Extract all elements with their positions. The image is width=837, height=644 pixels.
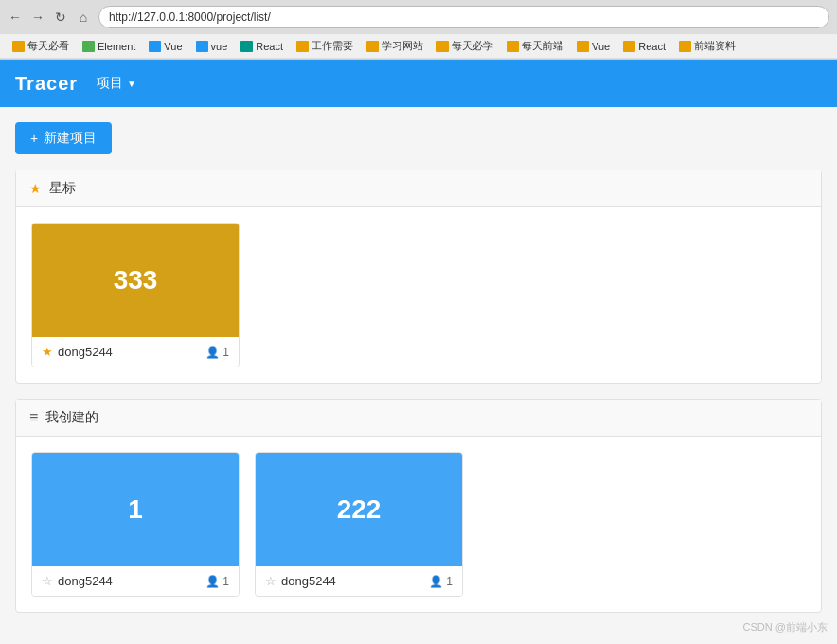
bookmark-label: Vue (592, 41, 610, 52)
section-title: 星标 (49, 180, 76, 197)
section-title: 我创建的 (45, 409, 98, 426)
chevron-down-icon: ▼ (127, 79, 136, 89)
bookmark-icon (366, 41, 379, 52)
bookmark-item[interactable]: 每天必学 (432, 37, 498, 55)
bookmark-label: React (256, 41, 283, 52)
bookmarks-bar: 每天必看ElementVuevueReact工作需要学习网站每天必学每天前端Vu… (0, 34, 837, 59)
bookmark-icon (679, 41, 691, 52)
new-project-button[interactable]: + 新建项目 (15, 122, 112, 154)
star-empty-icon[interactable]: ☆ (265, 574, 276, 588)
watermark: CSDN @前端小东 (743, 620, 828, 635)
project-members: 👤1 (205, 575, 229, 588)
project-card[interactable]: 333★dong5244👤1 (31, 223, 240, 367)
member-count: 1 (223, 346, 229, 359)
project-card-cover: 1 (32, 453, 239, 566)
bookmark-item[interactable]: React (618, 39, 670, 54)
star-filled-icon[interactable]: ★ (42, 345, 53, 359)
bookmark-icon (436, 41, 449, 52)
bookmark-item[interactable]: React (236, 39, 288, 54)
person-icon: 👤 (205, 575, 220, 588)
bookmark-label: Element (98, 41, 135, 52)
project-card[interactable]: 1☆dong5244👤1 (31, 452, 240, 597)
section-content-my-created: 1☆dong5244👤1222☆dong5244👤1 (16, 437, 821, 612)
bookmark-icon (12, 41, 25, 52)
section-starred: ★星标333★dong5244👤1 (15, 170, 822, 384)
person-icon: 👤 (205, 346, 220, 359)
app-logo: Tracer (15, 73, 78, 95)
bookmark-label: Vue (164, 41, 182, 52)
bookmark-label: 学习网站 (382, 39, 423, 53)
reload-button[interactable]: ↻ (53, 9, 68, 25)
address-bar[interactable]: http://127.0.0.1:8000/project/list/ (98, 6, 829, 28)
section-my-created: ≡我创建的1☆dong5244👤1222☆dong5244👤1 (15, 399, 822, 613)
bookmark-label: 工作需要 (312, 39, 353, 53)
project-name: ☆dong5244 (42, 574, 113, 588)
project-name: ☆dong5244 (265, 574, 336, 588)
new-project-label: 新建项目 (44, 130, 97, 147)
person-icon: 👤 (429, 575, 443, 588)
plus-icon: + (30, 131, 38, 146)
bookmark-icon (82, 41, 95, 52)
back-button[interactable]: ← (8, 9, 23, 25)
bookmark-item[interactable]: Vue (572, 39, 614, 54)
bookmark-label: React (638, 41, 666, 52)
bookmark-item[interactable]: 前端资料 (674, 37, 740, 55)
main-content: + 新建项目 ★星标333★dong5244👤1≡我创建的1☆dong5244👤… (0, 107, 837, 644)
bookmark-icon (296, 41, 309, 52)
project-card-footer: ☆dong5244👤1 (32, 566, 239, 596)
bookmark-icon (196, 41, 208, 52)
project-card-footer: ☆dong5244👤1 (256, 566, 462, 596)
project-members: 👤1 (429, 575, 453, 588)
section-header-starred: ★星标 (16, 170, 821, 207)
forward-button[interactable]: → (30, 9, 45, 25)
nav-projects[interactable]: 项目 ▼ (97, 67, 136, 99)
project-name: ★dong5244 (42, 345, 113, 359)
url-text: http://127.0.0.1:8000/project/list/ (109, 10, 271, 24)
bookmark-item[interactable]: vue (191, 39, 233, 54)
bookmark-label: 前端资料 (694, 39, 736, 53)
project-name-text: dong5244 (58, 574, 113, 588)
project-card-cover: 333 (32, 224, 239, 337)
bookmark-item[interactable]: 学习网站 (362, 37, 428, 55)
bookmark-item[interactable]: Vue (144, 39, 187, 54)
bookmark-icon (240, 41, 253, 52)
bookmark-item[interactable]: 工作需要 (292, 37, 358, 55)
bookmark-item[interactable]: 每天必看 (8, 37, 74, 55)
project-card-footer: ★dong5244👤1 (32, 337, 239, 367)
member-count: 1 (446, 575, 453, 588)
list-icon: ≡ (29, 409, 38, 426)
browser-toolbar: ← → ↻ ⌂ http://127.0.0.1:8000/project/li… (0, 0, 837, 34)
sections-container: ★星标333★dong5244👤1≡我创建的1☆dong5244👤1222☆do… (15, 170, 822, 613)
bookmark-icon (149, 41, 161, 52)
project-name-text: dong5244 (281, 574, 336, 588)
nav-projects-label: 项目 (97, 75, 123, 92)
project-members: 👤1 (205, 346, 229, 359)
bookmark-icon (623, 41, 635, 52)
bookmark-label: 每天必看 (27, 39, 69, 53)
browser-chrome: ← → ↻ ⌂ http://127.0.0.1:8000/project/li… (0, 0, 837, 60)
bookmark-icon (577, 41, 589, 52)
home-button[interactable]: ⌂ (76, 9, 91, 25)
bookmark-icon (507, 41, 519, 52)
member-count: 1 (223, 575, 229, 588)
bookmark-label: 每天前端 (522, 39, 563, 53)
section-content-starred: 333★dong5244👤1 (16, 207, 821, 383)
project-card-cover: 222 (256, 453, 462, 566)
bookmark-label: vue (211, 41, 228, 52)
project-name-text: dong5244 (58, 345, 113, 359)
bookmark-item[interactable]: Element (78, 39, 140, 54)
project-card[interactable]: 222☆dong5244👤1 (255, 452, 463, 597)
star-filled-icon: ★ (29, 181, 42, 196)
bookmark-item[interactable]: 每天前端 (502, 37, 568, 55)
star-empty-icon[interactable]: ☆ (42, 574, 53, 588)
section-header-my-created: ≡我创建的 (16, 400, 821, 437)
bookmark-label: 每天必学 (452, 39, 493, 53)
app-header: Tracer 项目 ▼ (0, 60, 837, 107)
